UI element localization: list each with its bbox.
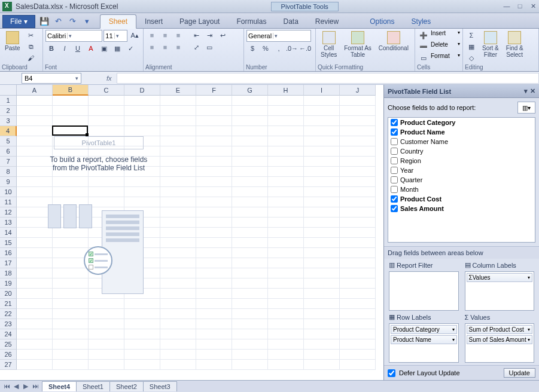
- font-color-icon[interactable]: A: [85, 43, 97, 54]
- align-left-icon[interactable]: ≡: [146, 42, 158, 53]
- merge-icon[interactable]: ▭: [203, 42, 215, 53]
- clear-icon[interactable]: ◇: [465, 53, 477, 63]
- increase-decimal-icon[interactable]: .0→: [286, 43, 298, 54]
- field-year[interactable]: Year: [388, 166, 535, 175]
- row-header-7[interactable]: 7: [0, 157, 17, 167]
- values-item[interactable]: Sum of Product Cost▾: [467, 325, 533, 334]
- row-header-18[interactable]: 18: [0, 268, 17, 278]
- tab-options[interactable]: Options: [361, 15, 403, 28]
- worksheet-grid[interactable]: ABCDEFGHIJ 12345678910111213141516171819…: [0, 85, 383, 380]
- row-header-15[interactable]: 15: [0, 238, 17, 248]
- decrease-indent-icon[interactable]: ⇤: [190, 30, 202, 41]
- minimize-button[interactable]: —: [503, 2, 510, 10]
- field-product-name[interactable]: Product Name: [388, 127, 535, 137]
- qat-customize-icon[interactable]: ▾: [82, 16, 93, 26]
- format-painter-icon[interactable]: 🖌: [25, 53, 37, 63]
- col-header-A[interactable]: A: [17, 85, 53, 96]
- currency-icon[interactable]: $: [246, 43, 258, 54]
- wrap-text-icon[interactable]: ↩: [217, 30, 229, 41]
- name-box[interactable]: B4▾: [22, 73, 81, 84]
- field-list-close-icon[interactable]: ✕: [530, 87, 535, 95]
- row-header-1[interactable]: 1: [0, 96, 17, 106]
- align-top-icon[interactable]: ≡: [146, 30, 158, 41]
- sheet-nav-last-icon[interactable]: ⏭: [31, 382, 39, 390]
- field-month[interactable]: Month: [388, 185, 535, 194]
- area-box-columns[interactable]: Σ Values▾: [465, 271, 535, 311]
- row-header-4[interactable]: 4: [0, 126, 17, 136]
- sort-filter-button[interactable]: Sort & Filter: [480, 30, 501, 59]
- row-header-11[interactable]: 11: [0, 197, 17, 207]
- area-box-filter[interactable]: [389, 271, 459, 311]
- cell-styles-button[interactable]: Cell Styles: [318, 30, 339, 59]
- insert-cells-button[interactable]: ➕Insert▾: [418, 30, 460, 41]
- format-cells-button[interactable]: ▭Format▾: [418, 53, 460, 63]
- rows-item[interactable]: Product Name▾: [391, 335, 457, 344]
- row-header-24[interactable]: 24: [0, 329, 17, 339]
- row-header-14[interactable]: 14: [0, 228, 17, 238]
- undo-icon[interactable]: ↶: [53, 16, 64, 26]
- row-header-6[interactable]: 6: [0, 146, 17, 157]
- fill-color-icon[interactable]: ▣: [98, 43, 110, 54]
- border-icon[interactable]: ▦: [111, 43, 123, 54]
- sheet-nav-next-icon[interactable]: ▶: [22, 382, 30, 390]
- row-header-10[interactable]: 10: [0, 187, 17, 197]
- col-header-C[interactable]: C: [89, 85, 124, 96]
- col-header-G[interactable]: G: [232, 85, 268, 96]
- col-header-B[interactable]: B: [53, 85, 89, 96]
- font-family-combo[interactable]: Calibri▾: [45, 30, 102, 42]
- align-bottom-icon[interactable]: ≡: [172, 30, 184, 41]
- delete-cells-button[interactable]: ➖Delete▾: [418, 41, 460, 52]
- sheet-nav-prev-icon[interactable]: ◀: [12, 382, 20, 390]
- increase-indent-icon[interactable]: ⇥: [203, 30, 215, 41]
- area-box-rows[interactable]: Product Category▾Product Name▾: [389, 323, 459, 363]
- tab-review[interactable]: Review: [307, 15, 347, 28]
- sheet-tab-sheet4[interactable]: Sheet4: [42, 381, 77, 391]
- align-right-icon[interactable]: ≡: [172, 42, 184, 53]
- font-size-combo[interactable]: 11▾: [103, 30, 127, 42]
- row-header-8[interactable]: 8: [0, 167, 17, 177]
- field-list-box[interactable]: Product CategoryProduct NameCustomer Nam…: [388, 117, 535, 243]
- field-product-category[interactable]: Product Category: [388, 118, 535, 127]
- tab-data[interactable]: Data: [275, 15, 306, 28]
- row-header-3[interactable]: 3: [0, 116, 17, 126]
- row-header-23[interactable]: 23: [0, 319, 17, 329]
- sheet-nav-first-icon[interactable]: ⏮: [2, 382, 11, 390]
- col-header-I[interactable]: I: [304, 85, 340, 96]
- tab-page-layout[interactable]: Page Layout: [171, 15, 228, 28]
- col-header-H[interactable]: H: [268, 85, 304, 96]
- field-product-cost[interactable]: Product Cost: [388, 194, 535, 204]
- comma-icon[interactable]: ,: [273, 43, 285, 54]
- tab-formulas[interactable]: Formulas: [228, 15, 275, 28]
- cut-icon[interactable]: ✂: [25, 30, 37, 41]
- sheet-tab-sheet1[interactable]: Sheet1: [76, 381, 110, 391]
- paste-button[interactable]: Paste: [2, 30, 23, 53]
- area-box-values[interactable]: Sum of Product Cost▾Sum of Sales Amount▾: [465, 323, 535, 363]
- rows-item[interactable]: Product Category▾: [391, 325, 457, 334]
- align-middle-icon[interactable]: ≡: [159, 30, 171, 41]
- redo-icon[interactable]: ↷: [68, 16, 78, 26]
- autosum-icon[interactable]: Σ: [465, 30, 477, 41]
- field-list-dropdown-icon[interactable]: ▾: [524, 87, 528, 95]
- row-header-12[interactable]: 12: [0, 207, 17, 218]
- fx-icon[interactable]: fx: [106, 75, 112, 82]
- copy-icon[interactable]: ⧉: [25, 41, 37, 52]
- columns-item[interactable]: Σ Values▾: [467, 273, 533, 282]
- percent-icon[interactable]: %: [260, 43, 272, 54]
- field-country[interactable]: Country: [388, 146, 535, 156]
- sheet-tab-sheet3[interactable]: Sheet3: [143, 381, 177, 391]
- fill-icon[interactable]: ▦: [465, 41, 477, 52]
- find-select-button[interactable]: Find & Select: [504, 30, 526, 59]
- tab-insert[interactable]: Insert: [136, 15, 171, 28]
- update-button[interactable]: Update: [504, 368, 535, 378]
- row-header-5[interactable]: 5: [0, 136, 17, 146]
- align-center-icon[interactable]: ≡: [159, 42, 171, 53]
- field-customer-name[interactable]: Customer Name: [388, 137, 535, 146]
- formula-input[interactable]: [117, 73, 539, 84]
- row-header-27[interactable]: 27: [0, 360, 17, 370]
- increase-font-icon[interactable]: A▴: [129, 30, 141, 41]
- decrease-decimal-icon[interactable]: ←.0: [299, 43, 311, 54]
- field-quarter[interactable]: Quarter: [388, 175, 535, 185]
- clean-icon[interactable]: ✓: [124, 43, 136, 54]
- row-header-22[interactable]: 22: [0, 309, 17, 319]
- row-header-9[interactable]: 9: [0, 177, 17, 187]
